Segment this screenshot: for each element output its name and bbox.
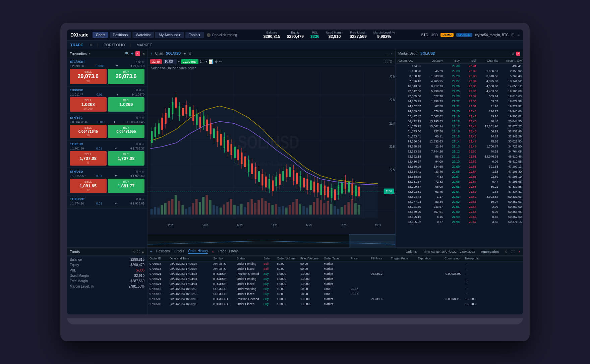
chart-star[interactable]: ★ — [183, 52, 186, 55]
order-data-row[interactable]: 979662128/04/2023 17:04:34BTC/EUROrder P… — [148, 282, 523, 287]
order-row[interactable]: 82,977.9383.4422.0222.6319.0750,357.01 — [396, 199, 523, 204]
close-panel-btn[interactable]: × — [135, 51, 140, 56]
search-icon[interactable]: 🔍 — [125, 52, 129, 55]
chart-type-icon[interactable]: 📊 — [209, 59, 214, 64]
watchlist-nav-btn[interactable]: Watchlist — [132, 32, 154, 38]
order-data-row[interactable]: 979661328/04/2023 16:31:55SOL/USDOrder P… — [148, 292, 523, 297]
sell-price-btn[interactable]: 22.30 — [150, 59, 162, 64]
tools-btn[interactable]: Tools ▾ — [185, 32, 204, 38]
my-account-btn[interactable]: My Account ▾ — [155, 32, 184, 38]
orders-expand[interactable]: ⛶ — [512, 250, 515, 253]
chart-settings[interactable]: ⚙ — [189, 52, 191, 55]
panel-arrow[interactable]: ◀ — [142, 52, 144, 55]
eosusd-buy-btn[interactable]: BUY 1.0269 . — [108, 97, 145, 112]
order-row[interactable]: 83,221.50243.5722.0122.642.9950,360.00 — [396, 204, 523, 209]
order-row[interactable]: 24,165.291,799.7322.2222.3863.3719,679.9… — [396, 99, 523, 104]
eosusd-symbol[interactable]: EOS/USD — [70, 88, 83, 92]
chart-settings-btn[interactable]: ⚙ — [390, 60, 393, 63]
layout-icon[interactable]: ⊞ — [511, 33, 515, 37]
order-row[interactable]: 82,893.3193.7522.0422.591.5447,334.41 — [396, 189, 523, 194]
trade-tab[interactable]: TRADE — [70, 43, 83, 47]
order-book[interactable]: Accum. Qty Quantity Buy Sell Quantity Ac… — [396, 58, 523, 247]
menu-icon[interactable]: ≡ — [517, 33, 520, 37]
order-row[interactable]: 22,365.56322.7022.2322.37509.9419,616.63 — [396, 94, 523, 99]
chart-nav-btn[interactable]: Chart — [93, 32, 108, 38]
order-history-close[interactable]: × — [212, 250, 214, 253]
buy-btn[interactable]: 22.30 Buy — [181, 59, 199, 64]
order-row[interactable]: 61,535.7315,062.9422.1722.4412,831.9832,… — [396, 124, 523, 129]
order-row[interactable]: 61,673.30137.5622.1622.4556.1932,932.46 — [396, 129, 523, 134]
order-row[interactable]: 22,042.865,999.0022.2522.364,453.5619,10… — [396, 89, 523, 94]
funds-expand[interactable]: ⛶ — [137, 250, 140, 253]
quantity-input[interactable] — [163, 59, 177, 64]
chart-minimize[interactable]: — — [385, 52, 388, 55]
order-row[interactable]: 83,589.00367.5122.0022.656.9550,366.95 — [396, 209, 523, 215]
trade-history-tab[interactable]: Trade History — [218, 249, 238, 254]
positions-tab-icon[interactable]: + — [150, 250, 152, 253]
order-data-row[interactable]: 979662128/04/2023 17:04:34BTC/EURPositio… — [148, 271, 523, 277]
order-row[interactable]: 82,799.5768.0022.0522.5836.2147,332.88 — [396, 184, 523, 189]
funds-settings[interactable]: ⚙ — [133, 250, 136, 253]
chart-tab[interactable]: + — [150, 52, 152, 56]
order-row[interactable]: 24,609.65376.7822.2022.40224.7319,946.66 — [396, 109, 523, 114]
indicators-btn[interactable]: ⊕ — [215, 60, 218, 63]
order-row[interactable]: 7,826.134,765.9522.2722.344,375.0310,144… — [396, 79, 523, 84]
order-row[interactable]: 82,333.257,744.2622.1222.5040.2834,764.0… — [396, 149, 523, 154]
order-row[interactable]: 82,620.95134.6822.0922.53391.5847,202.13 — [396, 164, 523, 169]
order-row[interactable]: 82,731.5772.8222.0622.570.4747,296.66 — [396, 179, 523, 184]
eosusd-sell-btn[interactable]: SELL 1.0268 10,000 — [70, 97, 107, 112]
orders-table[interactable]: Order ID Date and Time Symbol Status Sid… — [148, 256, 523, 314]
fullscreen-btn[interactable]: ⛶ — [385, 60, 388, 63]
btcusdt-buy-btn[interactable]: BUY 29,073.6 . — [108, 69, 145, 84]
portfolio-tab[interactable]: PORTFOLIO — [104, 43, 125, 47]
funds-arrow[interactable]: ▲ — [141, 250, 144, 253]
orders-settings[interactable]: ⚙ — [505, 250, 508, 253]
btcusdt-sell-btn[interactable]: SELL 29,073.6 20 — [70, 69, 107, 84]
order-row[interactable]: 3,060.181,939.9822.2822.333,610.565,769.… — [396, 74, 523, 79]
order-row[interactable]: 82,392.1858.9322.1122.5112,046.3846,810.… — [396, 154, 523, 159]
ethbtc-buy-btn[interactable]: BUY 0.06471655 . — [108, 125, 145, 138]
ethusdt-symbol[interactable]: ETH/USDT — [70, 197, 85, 201]
favourites-dropdown[interactable]: ▾ — [89, 52, 91, 55]
trade-tab-close[interactable]: × — [90, 43, 92, 47]
order-row[interactable]: 32,477.477,867.8222.1922.4249.1619,995.8… — [396, 114, 523, 119]
order-row[interactable]: 74,566.0412,832.6322.1422.4775.6533,022.… — [396, 139, 523, 144]
positions-tab[interactable]: Positions — [156, 249, 170, 254]
order-row[interactable]: 74,588.9822.9422.1322.481,700.8734,723.8… — [396, 144, 523, 149]
order-row[interactable]: 82,658.754.3322.0722.5592.8947,296.19 — [396, 174, 523, 179]
ethusd-buy-btn[interactable]: BUY 1,881.77 . — [108, 179, 145, 193]
btcusdt-symbol[interactable]: BTC/USDT — [70, 60, 85, 63]
order-row[interactable]: 24,232.8767.5822.2122.3941.9319,721.92 — [396, 104, 523, 109]
market-tab[interactable]: MARKET — [136, 43, 152, 47]
etheur-buy-btn[interactable]: BUY 1,707.08 . — [108, 151, 145, 166]
etheur-symbol[interactable]: ETH/EUR — [70, 142, 83, 146]
order-data-row[interactable]: 979658928/04/2023 16:26:08BTC/USDTOrder … — [148, 302, 523, 307]
ethusd-sell-btn[interactable]: SELL 1,881.65 12 — [70, 179, 107, 193]
order-row[interactable]: 1,120.20945.2922.2922.321,666.512,158.92 — [396, 69, 523, 74]
order-row[interactable]: 83,595.166.1521.9922.660.6550,367.60 — [396, 215, 523, 220]
order-data-row[interactable]: 979663428/04/2023 17:05:07XRP/BTCOrder P… — [148, 261, 523, 266]
chart-close[interactable]: × — [391, 52, 393, 55]
ethbtc-symbol[interactable]: ETH/BTC — [70, 116, 83, 119]
order-row[interactable]: 82,654.4133.4622.0822.541.1847,203.30 — [396, 169, 523, 174]
order-data-row[interactable]: 979658928/04/2023 16:26:08BTC/USDTPositi… — [148, 297, 523, 302]
order-row[interactable]: 16,043.868,217.7322.2622.354,508.6014,65… — [396, 84, 523, 89]
order-data-row[interactable]: 979661328/04/2023 16:31:55SOL/USDOrder W… — [148, 287, 523, 292]
order-row[interactable]: 83,595.920.7721.9822.673.5550,371.15 — [396, 220, 523, 225]
chart-area[interactable]: 22.90 22.80 22.70 22.60 22.50 22.40 13:4… — [148, 71, 395, 234]
order-history-tab[interactable]: Order History — [188, 249, 208, 254]
order-row[interactable]: 82,894.481.1722.0322.623,003.5250,337.93 — [396, 194, 523, 199]
timeframe-select[interactable]: 1m ▾ — [200, 60, 207, 63]
order-row[interactable]: 82,486.2794.0922.1022.520.0946,810.55 — [396, 159, 523, 164]
order-row[interactable]: 46,472.7913,995.3322.1822.4348.4820,044.… — [396, 119, 523, 124]
market-depth-settings[interactable]: ⚙ — [512, 52, 514, 55]
ethbtc-sell-btn[interactable]: SELL 0.06471645 10 — [70, 125, 107, 138]
ethusd-symbol[interactable]: ETH/USD — [70, 170, 83, 173]
orders-tab-btn[interactable]: Orders — [174, 249, 184, 254]
order-data-row[interactable]: 979662128/04/2023 17:04:34BTC/EUROrder P… — [148, 277, 523, 282]
draw-btn[interactable]: ✏ — [219, 60, 222, 63]
order-data-row[interactable]: 979663428/04/2023 17:05:07XRP/BTCOrder P… — [148, 266, 523, 271]
orders-close[interactable]: × — [519, 250, 520, 253]
etheur-sell-btn[interactable]: SELL 1,707.08 0 — [70, 151, 107, 166]
market-depth-close[interactable]: × — [516, 52, 520, 56]
